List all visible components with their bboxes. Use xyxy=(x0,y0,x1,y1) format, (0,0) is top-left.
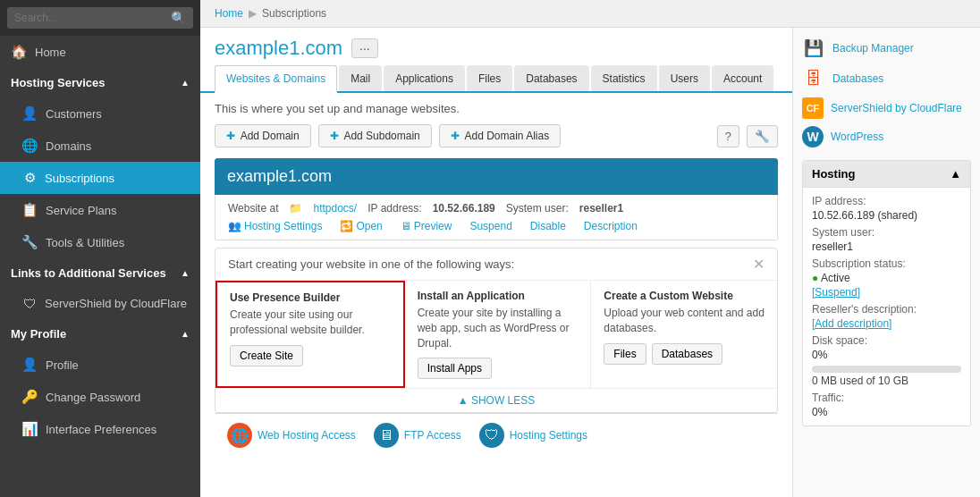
ftp-access-link[interactable]: 🖥 FTP Access xyxy=(374,423,461,448)
home-icon: 🏠 xyxy=(11,44,28,60)
sidebar-item-profile[interactable]: 👤 Profile xyxy=(0,349,200,381)
tab-account[interactable]: Account xyxy=(712,65,773,91)
suspend-link[interactable]: Suspend xyxy=(469,220,511,232)
hosting-settings-link[interactable]: 👥 Hosting Settings xyxy=(228,220,322,232)
status-row: Subscription status: ● Active [Suspend] xyxy=(812,257,961,299)
getting-started-header: Start creating your website in one of th… xyxy=(215,248,777,280)
tab-websites-domains[interactable]: Websites & Domains xyxy=(215,65,337,93)
tab-applications[interactable]: Applications xyxy=(384,65,465,91)
subscriptions-icon: ⚙ xyxy=(21,170,38,186)
open-link[interactable]: 🔁 Open xyxy=(340,220,382,232)
my-profile-arrow: ▲ xyxy=(181,329,190,339)
tab-content: This is where you set up and manage webs… xyxy=(200,93,792,497)
add-subdomain-label: Add Subdomain xyxy=(343,130,419,142)
hosting-section-header: Hosting ▲ xyxy=(803,161,970,188)
backup-manager-link[interactable]: 💾 Backup Manager xyxy=(802,37,971,60)
traffic-label: Traffic: xyxy=(812,392,961,404)
system-user-row: System user: reseller1 xyxy=(812,226,961,253)
sidebar-item-customers[interactable]: 👤 Customers xyxy=(0,97,200,130)
tab-statistics[interactable]: Statistics xyxy=(591,65,657,91)
install-app-desc: Create your site by installing a web app… xyxy=(418,306,579,350)
add-description-link[interactable]: [Add description] xyxy=(812,317,961,330)
disk-label: Disk space: xyxy=(812,334,961,347)
ftp-label: FTP Access xyxy=(404,429,461,442)
breadcrumb-home[interactable]: Home xyxy=(215,7,243,20)
disable-link[interactable]: Disable xyxy=(530,220,566,232)
close-getting-started-button[interactable]: ✕ xyxy=(753,256,765,273)
sidebar-item-interface-preferences[interactable]: 📊 Interface Preferences xyxy=(0,413,200,445)
breadcrumb-current: Subscriptions xyxy=(262,7,326,20)
hosting-collapse-arrow[interactable]: ▲ xyxy=(950,167,961,181)
show-less-button[interactable]: ▲ SHOW LESS xyxy=(215,388,777,412)
hosting-settings-bottom-label: Hosting Settings xyxy=(510,429,587,442)
add-domain-alias-label: Add Domain Alias xyxy=(464,130,549,142)
add-alias-icon: ✚ xyxy=(451,130,460,142)
sidebar-section-my-profile[interactable]: My Profile ▲ xyxy=(0,319,200,349)
system-user-value: reseller1 xyxy=(812,240,961,253)
install-apps-button[interactable]: Install Apps xyxy=(418,358,492,379)
disk-usage-text: 0 MB used of 10 GB xyxy=(812,375,961,387)
databases-label: Databases xyxy=(832,72,883,85)
servershield-cloudflare-link[interactable]: CF ServerShield by CloudFlare xyxy=(802,97,971,119)
preview-link[interactable]: 🖥 Preview xyxy=(401,220,452,232)
sidebar-section-hosting-services[interactable]: Hosting Services ▲ xyxy=(0,68,200,97)
reseller-desc-label: Reseller's description: xyxy=(812,303,961,316)
files-button[interactable]: Files xyxy=(604,343,646,365)
tab-databases[interactable]: Databases xyxy=(514,65,588,91)
web-hosting-access-link[interactable]: 🌐 Web Hosting Access xyxy=(227,423,356,448)
right-sidebar-links: 💾 Backup Manager 🗄 Databases CF ServerSh… xyxy=(802,37,971,147)
add-domain-label: Add Domain xyxy=(241,130,300,142)
sidebar-item-subscriptions[interactable]: ⚙ Subscriptions xyxy=(0,162,200,194)
suspend-link-right[interactable]: [Suspend] xyxy=(812,286,961,299)
help-button[interactable]: ? xyxy=(717,125,739,147)
sidebar-item-label: Service Plans xyxy=(46,204,116,217)
sidebar-section-links[interactable]: Links to Additional Services ▲ xyxy=(0,258,200,288)
sidebar-item-home[interactable]: 🏠 Home xyxy=(0,36,200,68)
content-area: example1.com ··· Websites & Domains Mail… xyxy=(200,28,980,497)
custom-website-desc: Upload your web content and add database… xyxy=(604,306,765,336)
custom-website-option: Create a Custom Website Upload your web … xyxy=(591,281,777,388)
tab-users[interactable]: Users xyxy=(659,65,710,91)
wordpress-link[interactable]: W WordPress xyxy=(802,126,971,147)
sidebar-item-label: Tools & Utilities xyxy=(46,236,124,249)
custom-website-title: Create a Custom Website xyxy=(604,290,765,302)
getting-started-box: Start creating your website in one of th… xyxy=(215,248,778,413)
add-domain-icon: ✚ xyxy=(226,130,235,142)
add-domain-button[interactable]: ✚ Add Domain xyxy=(215,124,311,147)
customers-icon: 👤 xyxy=(21,105,38,122)
domain-card-header: example1.com xyxy=(215,158,778,195)
hosting-section-title: Hosting xyxy=(812,167,855,181)
presence-builder-desc: Create your site using our professional … xyxy=(230,307,391,338)
sidebar-item-label: ServerShield by CloudFlare xyxy=(45,297,187,310)
create-site-button[interactable]: Create Site xyxy=(230,345,303,366)
tab-mail[interactable]: Mail xyxy=(339,65,382,91)
httpdocs-link[interactable]: httpdocs/ xyxy=(313,202,357,215)
cloudflare-icon: CF xyxy=(802,97,824,119)
system-user-label: System user: xyxy=(506,202,569,215)
wrench-button[interactable]: 🔧 xyxy=(747,125,778,147)
domain-menu-button[interactable]: ··· xyxy=(351,38,378,58)
disk-row: Disk space: 0% 0 MB used of 10 GB xyxy=(812,334,961,387)
search-input[interactable] xyxy=(7,7,193,29)
databases-button[interactable]: Databases xyxy=(652,343,722,365)
service-plans-icon: 📋 xyxy=(21,202,38,218)
add-subdomain-icon: ✚ xyxy=(330,130,339,142)
tab-files[interactable]: Files xyxy=(467,65,512,91)
traffic-value: 0% xyxy=(812,406,961,418)
description-link[interactable]: Description xyxy=(584,220,638,232)
databases-link[interactable]: 🗄 Databases xyxy=(802,67,971,90)
sidebar-item-service-plans[interactable]: 📋 Service Plans xyxy=(0,194,200,226)
ftp-icon: 🖥 xyxy=(374,423,399,448)
sidebar-item-domains[interactable]: 🌐 Domains xyxy=(0,130,200,162)
hosting-settings-bottom-icon: 🛡 xyxy=(479,423,504,448)
sidebar-item-change-password[interactable]: 🔑 Change Password xyxy=(0,381,200,413)
add-domain-alias-button[interactable]: ✚ Add Domain Alias xyxy=(439,124,561,147)
servershield-label: ServerShield by CloudFlare xyxy=(831,102,962,114)
wordpress-icon: W xyxy=(802,126,824,147)
bottom-icons-row: 🌐 Web Hosting Access 🖥 FTP Access 🛡 Host… xyxy=(215,413,778,457)
add-subdomain-button[interactable]: ✚ Add Subdomain xyxy=(318,124,432,147)
sidebar-item-servershield[interactable]: 🛡 ServerShield by CloudFlare xyxy=(0,288,200,319)
sidebar-item-tools-utilities[interactable]: 🔧 Tools & Utilities xyxy=(0,226,200,258)
hosting-info: IP address: 10.52.66.189 (shared) System… xyxy=(803,188,970,425)
hosting-settings-bottom-link[interactable]: 🛡 Hosting Settings xyxy=(479,423,587,448)
